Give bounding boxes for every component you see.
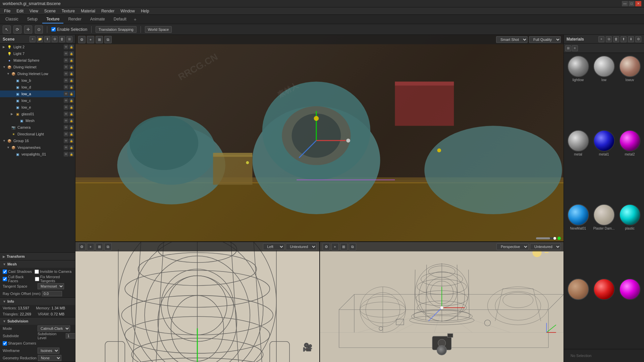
mat-import-button[interactable]: ⬆ <box>621 36 627 42</box>
enable-selection-checkbox[interactable] <box>51 27 56 32</box>
tree-lock-icon-la[interactable]: 🔒 <box>69 92 74 96</box>
tree-lock-icon-ld[interactable]: 🔒 <box>69 85 74 89</box>
smart-shot-dropdown[interactable]: Smart Shot <box>496 36 528 43</box>
tree-item-matsphere[interactable]: ● Material Sphere 👁 🔒 <box>0 57 75 64</box>
rotate-tool-button[interactable]: ⟳ <box>13 25 21 34</box>
material-r3[interactable] <box>618 279 641 347</box>
tree-lock-icon-dh[interactable]: 🔒 <box>69 65 74 69</box>
tree-vis-icon-m[interactable]: 👁 <box>64 118 68 123</box>
invisible-camera-label[interactable]: Invisible to Camera <box>35 269 71 274</box>
material-metal1[interactable]: metal1 <box>592 130 615 202</box>
tree-item-glass01[interactable]: ▶ ▣ glass01 👁 🔒 <box>0 111 75 117</box>
minimize-button[interactable]: — <box>622 1 628 6</box>
material-lightlow[interactable]: lightlow <box>567 56 590 127</box>
tree-item-lowe[interactable]: ▣ low_e 👁 🔒 <box>0 104 75 111</box>
cull-back-checkbox[interactable] <box>3 277 7 281</box>
left-view-dropdown[interactable]: Left Right Top Front <box>263 243 284 250</box>
persp-vp-add[interactable]: + <box>331 243 339 250</box>
sharpen-corners-checkbox[interactable] <box>3 341 7 346</box>
translation-snapping-button[interactable]: Translation Snapping <box>96 26 137 33</box>
perspective-viewport[interactable]: ⚙ + ⊞ ⧉ Perspective Front Top Left Untex… <box>320 242 564 362</box>
perspective-view-dropdown[interactable]: Perspective Front Top Left <box>496 243 529 250</box>
material-newmat01[interactable]: NewMat01 <box>567 204 590 276</box>
tree-item-light7[interactable]: 💡 Light 7 👁 🔒 <box>0 50 75 57</box>
mat-toolbar-btn1[interactable]: ⊞ <box>565 45 571 51</box>
material-metal2[interactable]: metal2 <box>618 130 641 202</box>
menu-edit[interactable]: Edit <box>14 8 26 14</box>
mat-toolbar-btn2[interactable]: ≡ <box>572 45 578 51</box>
tree-item-group16[interactable]: ▼ 📦 Group 16 👁 🔒 <box>0 137 75 144</box>
ray-offset-input[interactable] <box>42 291 62 296</box>
tree-lock-icon-cam[interactable]: 🔒 <box>69 125 74 130</box>
tree-vis-icon-ms[interactable]: 👁 <box>64 58 68 63</box>
persp-vp-fullscreen[interactable]: ⊞ <box>340 243 347 250</box>
tree-lock-icon-ms[interactable]: 🔒 <box>69 58 74 63</box>
scene-folder-button[interactable]: 📁 <box>37 36 43 42</box>
material-plastic[interactable]: plastic <box>618 204 641 276</box>
menu-window[interactable]: Window <box>118 8 138 14</box>
tab-classic[interactable]: Classic <box>1 15 22 23</box>
mat-add-button[interactable]: + <box>598 36 604 42</box>
material-low[interactable]: low <box>592 56 615 127</box>
tab-setup[interactable]: Setup <box>23 15 42 23</box>
tree-lock-icon-l7[interactable]: 🔒 <box>69 51 74 56</box>
tree-vis-icon-dl[interactable]: 👁 <box>64 132 68 136</box>
fix-mirrored-checkbox[interactable] <box>35 277 39 281</box>
navigation-ball[interactable] <box>437 345 447 355</box>
tree-vis-icon-ld[interactable]: 👁 <box>64 85 68 89</box>
tree-item-vespalights01[interactable]: ▣ vespalights_01 👁 🔒 <box>0 151 75 158</box>
tree-lock-icon[interactable]: 🔒 <box>69 45 74 49</box>
left-vp-split[interactable]: ⧉ <box>104 243 112 250</box>
tree-item-mesh[interactable]: ▣ Mesh 👁 🔒 <box>0 117 75 124</box>
menu-file[interactable]: File <box>1 8 13 14</box>
fix-mirrored-label[interactable]: Fix Mirrored Tangents <box>35 275 72 283</box>
material-plasterdam[interactable]: Plaster Dam... <box>592 204 615 276</box>
material-lowuv[interactable]: lowuv <box>618 56 641 127</box>
viewport-settings-button[interactable]: ⚙ <box>78 36 86 43</box>
wireframe-dropdown[interactable]: Isoines None All <box>38 348 59 354</box>
tab-default[interactable]: Default <box>110 15 130 23</box>
menu-render[interactable]: Render <box>99 8 117 14</box>
menu-help[interactable]: Help <box>138 8 152 14</box>
tree-item-camera[interactable]: 📷 Camera 👁 🔒 <box>0 124 75 131</box>
mat-duplicate-button[interactable]: ⧉ <box>606 36 612 42</box>
tree-item-lowb[interactable]: ▣ low_b 👁 🔒 <box>0 77 75 84</box>
tree-item-lowd[interactable]: ▣ low_d 👁 🔒 <box>0 84 75 90</box>
perspective-shading-dropdown[interactable]: Untextured Textured Wireframe <box>530 243 561 250</box>
material-r1[interactable] <box>567 279 590 347</box>
tree-vis-icon-dh[interactable]: 👁 <box>64 65 68 69</box>
orbit-tool-button[interactable]: ⊙ <box>35 25 43 34</box>
tree-lock-icon-dhl[interactable]: 🔒 <box>69 71 74 76</box>
left-viewport[interactable]: ⚙ + ⊞ ⧉ Left Right Top Front Untextured … <box>75 242 320 362</box>
close-button[interactable]: ✕ <box>635 1 641 6</box>
menu-texture[interactable]: Texture <box>59 8 77 14</box>
tree-item-vespameshes[interactable]: ▼ 📦 Vespameshes 👁 🔒 <box>0 144 75 151</box>
tree-vis-icon-g16[interactable]: 👁 <box>64 138 68 143</box>
viewport-add-button[interactable]: + <box>87 36 94 43</box>
tree-vis-icon-lc[interactable]: 👁 <box>64 98 68 103</box>
tree-lock-icon-le[interactable]: 🔒 <box>69 105 74 110</box>
tab-add-button[interactable]: + <box>131 15 139 23</box>
menu-scene[interactable]: Scene <box>42 8 58 14</box>
cast-shadows-checkbox[interactable] <box>3 269 7 274</box>
tree-lock-icon-m[interactable]: 🔒 <box>69 118 74 123</box>
cast-shadows-label[interactable]: Cast Shadows <box>3 269 32 274</box>
persp-vp-settings[interactable]: ⚙ <box>323 243 330 250</box>
subdivision-level-input[interactable] <box>66 333 75 339</box>
mat-delete-button[interactable]: 🗑 <box>613 36 619 42</box>
tree-item-divinghelmet[interactable]: ▼ 📦 Diving Helmet 👁 🔒 <box>0 64 75 70</box>
tree-vis-icon-lb[interactable]: 👁 <box>64 78 68 83</box>
tree-item-divinghelmetlow[interactable]: ▼ 📦 Diving Helmet Low 👁 🔒 <box>0 70 75 77</box>
mat-settings-button[interactable]: ⚙ <box>635 36 641 42</box>
tree-item-light2[interactable]: ▶ 💡 Light 2 👁 🔒 <box>0 44 75 50</box>
tangent-space-dropdown[interactable]: Marmoset Unity Unreal <box>38 283 64 289</box>
tree-lock-icon-g16[interactable]: 🔒 <box>69 138 74 143</box>
zoom-bar[interactable] <box>536 237 556 239</box>
menu-material[interactable]: Material <box>78 8 98 14</box>
tab-texture[interactable]: Texture <box>42 15 63 23</box>
tree-vis-icon-le[interactable]: 👁 <box>64 105 68 110</box>
material-r2[interactable] <box>592 279 615 347</box>
tree-item-lowa[interactable]: ▣ low_a 👁 🔒 <box>0 90 75 97</box>
enable-selection-toggle[interactable]: Enable Selection <box>51 27 87 32</box>
persp-vp-split[interactable]: ⧉ <box>349 243 356 250</box>
